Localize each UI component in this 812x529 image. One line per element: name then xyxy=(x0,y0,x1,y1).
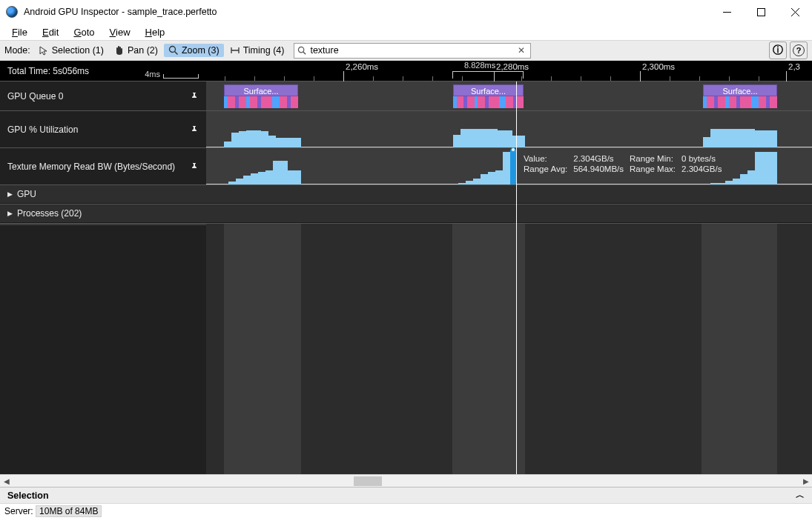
scale-indicator: 4ms xyxy=(145,70,199,79)
scroll-track[interactable] xyxy=(13,475,799,488)
track-label: GPU % Utilization xyxy=(7,124,78,135)
info-icon: ⓘ xyxy=(773,44,783,57)
menu-goto[interactable]: Goto xyxy=(73,27,94,38)
menu-edit[interactable]: Edit xyxy=(42,27,59,38)
hand-icon xyxy=(114,45,125,56)
range-label: 8.828ms xyxy=(464,61,495,70)
track-label: Texture Memory Read BW (Bytes/Second) xyxy=(7,162,175,172)
pin-icon[interactable] xyxy=(190,125,199,134)
status-bar: Server: 10MB of 84MB xyxy=(0,503,812,519)
window-close-button[interactable] xyxy=(778,0,812,24)
mode-timing-button[interactable]: Timing (4) xyxy=(225,44,289,57)
slice-surface[interactable]: Surface... xyxy=(703,84,777,108)
mode-selection-button[interactable]: Selection (1) xyxy=(34,44,108,57)
svg-rect-5 xyxy=(510,150,516,184)
cursor-icon xyxy=(39,45,49,56)
mode-zoom-button[interactable]: Zoom (3) xyxy=(164,44,224,57)
slice-children xyxy=(453,96,524,108)
range-bracket xyxy=(452,71,524,79)
track-label: GPU Queue 0 xyxy=(7,91,63,102)
search-icon xyxy=(297,46,307,56)
svg-line-2 xyxy=(174,52,177,55)
pin-icon[interactable] xyxy=(190,162,199,171)
svg-point-3 xyxy=(299,47,304,52)
search-clear-button[interactable]: ✕ xyxy=(515,45,527,56)
chart-texture-bw[interactable]: Value:2.304GB/s Range Min:0 bytes/s Rang… xyxy=(206,148,812,184)
menu-bar: File Edit Goto View Help xyxy=(0,24,812,40)
scroll-right-button[interactable]: ▶ xyxy=(799,475,812,488)
track-gpu-util[interactable]: GPU % Utilization xyxy=(0,111,812,148)
status-server-label: Server: xyxy=(4,506,33,516)
menu-view[interactable]: View xyxy=(110,27,131,38)
search-box[interactable]: ✕ xyxy=(294,43,531,59)
window-title: Android GPU Inspector - sample_trace.per… xyxy=(24,7,217,17)
search-input[interactable] xyxy=(307,45,515,56)
window-titlebar: Android GPU Inspector - sample_trace.per… xyxy=(0,0,812,24)
horizontal-scrollbar[interactable]: ◀ ▶ xyxy=(0,474,812,487)
svg-point-6 xyxy=(512,148,515,152)
slice-children xyxy=(224,96,298,108)
zoom-icon xyxy=(168,45,179,56)
total-time-label: Total Time: 5s056ms xyxy=(7,66,89,76)
scroll-thumb[interactable] xyxy=(354,476,382,486)
toolbar: Mode: Selection (1) Pan (2) Zoom (3) Tim… xyxy=(0,40,812,61)
window-maximize-button[interactable] xyxy=(744,0,778,24)
window-minimize-button[interactable] xyxy=(710,0,744,24)
app-icon xyxy=(6,6,18,18)
info-button[interactable]: ⓘ xyxy=(769,41,787,59)
slice-surface[interactable]: Surface... xyxy=(224,84,298,108)
hover-tooltip: Value:2.304GB/s Range Min:0 bytes/s Rang… xyxy=(524,154,722,173)
group-gpu[interactable]: ▶GPU xyxy=(0,185,812,204)
slice-surface[interactable]: Surface... xyxy=(453,84,524,108)
menu-file[interactable]: File xyxy=(12,27,27,38)
mode-pan-button[interactable]: Pan (2) xyxy=(110,44,162,57)
svg-line-4 xyxy=(303,51,306,53)
status-server-value: 10MB of 84MB xyxy=(36,505,102,517)
slice-children xyxy=(703,96,777,108)
track-gpu-queue[interactable]: GPU Queue 0 Surface... Surface... Surfac… xyxy=(0,81,812,111)
selection-title: Selection xyxy=(7,490,49,501)
selection-panel-header[interactable]: Selection ︿ xyxy=(0,487,812,503)
caret-right-icon: ▶ xyxy=(7,210,13,217)
track-texture-bw[interactable]: Texture Memory Read BW (Bytes/Second) Va… xyxy=(0,148,812,185)
timeline-panel[interactable]: Total Time: 5s056ms 4ms 2,260ms 2,280ms … xyxy=(0,61,812,474)
help-icon: ? xyxy=(793,44,805,56)
svg-point-1 xyxy=(169,47,175,53)
sidebar-fill xyxy=(0,225,206,474)
caret-right-icon: ▶ xyxy=(7,190,13,198)
pin-icon[interactable] xyxy=(190,92,199,101)
help-button[interactable]: ? xyxy=(790,41,808,59)
group-processes[interactable]: ▶Processes (202) xyxy=(0,204,812,224)
svg-rect-0 xyxy=(757,8,765,16)
time-ruler[interactable]: Total Time: 5s056ms 4ms 2,260ms 2,280ms … xyxy=(0,61,812,81)
chart-gpu-util[interactable] xyxy=(206,111,812,147)
chevron-up-icon[interactable]: ︿ xyxy=(796,489,805,502)
timing-icon xyxy=(230,45,240,56)
scroll-left-button[interactable]: ◀ xyxy=(0,475,13,488)
mode-label: Mode: xyxy=(4,45,30,56)
ruler-track[interactable]: 2,260ms 2,280ms 2,300ms 2,3 8.828ms xyxy=(206,61,812,81)
menu-help[interactable]: Help xyxy=(145,27,165,38)
